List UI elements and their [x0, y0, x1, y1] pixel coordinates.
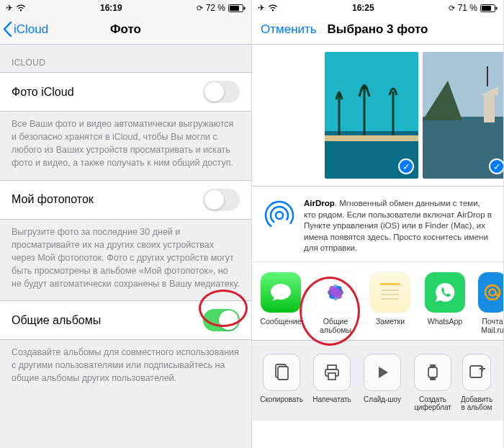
add-album-icon: [467, 362, 487, 382]
share-app-row: Сообщение Общие альбомы Заметки WhatsApp…: [252, 261, 503, 340]
check-icon: ✓: [489, 158, 503, 174]
cancel-button[interactable]: Отменить: [252, 22, 317, 37]
battery-icon: [480, 4, 498, 12]
wifi-icon: [16, 4, 26, 12]
row-icloud-photos[interactable]: Фото iCloud: [0, 72, 251, 112]
chevron-left-icon: [3, 22, 12, 37]
action-slideshow[interactable]: Слайд-шоу: [361, 354, 403, 412]
thumbnail-selected[interactable]: ✓: [423, 52, 503, 179]
footer-icloud: Все Ваши фото и видео автоматически выгр…: [0, 112, 251, 180]
action-copy[interactable]: Скопировать: [261, 354, 302, 412]
settings-panel: ✈︎ 16:19 ⟳ 72 % iCloud Фото ICLOUD Фото …: [0, 0, 252, 448]
footer-shared: Создавайте альбомы для совместного испол…: [0, 340, 251, 395]
thumbnail-selected[interactable]: ✓: [325, 52, 418, 179]
battery-percent: 71 %: [458, 3, 477, 13]
status-bar: ✈︎ 16:25 ⟳ 71 %: [252, 0, 503, 14]
share-shared-albums[interactable]: Общие альбомы: [314, 272, 357, 334]
share-whatsapp[interactable]: WhatsApp: [423, 272, 467, 334]
airdrop-description: AirDrop. Мгновенный обмен данными с теми…: [304, 198, 493, 254]
airdrop-section: AirDrop. Мгновенный обмен данными с теми…: [252, 186, 503, 261]
switch-photostream[interactable]: [203, 189, 240, 211]
play-icon: [372, 362, 392, 382]
photos-icon: [322, 279, 349, 306]
svg-point-26: [485, 285, 500, 300]
svg-rect-5: [496, 6, 498, 9]
wifi-icon: [268, 4, 278, 12]
nav-bar: iCloud Фото: [0, 14, 251, 45]
svg-rect-36: [470, 366, 482, 377]
orientation-lock-icon: ⟳: [449, 4, 455, 13]
nav-bar: Отменить Выбрано 3 фото: [252, 14, 503, 45]
svg-point-13: [262, 198, 297, 233]
share-sheet-panel: ✈︎ 16:25 ⟳ 71 % Отменить Выбрано 3 фото …: [252, 0, 504, 448]
switch-icloud-photos[interactable]: [203, 81, 240, 103]
back-button[interactable]: iCloud: [0, 22, 48, 37]
share-notes[interactable]: Заметки: [369, 272, 412, 334]
svg-rect-1: [230, 6, 239, 11]
svg-rect-2: [244, 6, 246, 9]
copy-icon: [271, 362, 292, 382]
print-icon: [322, 362, 342, 382]
battery-percent: 72 %: [206, 3, 225, 13]
check-icon: ✓: [398, 158, 414, 174]
mailru-icon: [482, 282, 503, 303]
action-add-album[interactable]: Добавить в альбом: [462, 354, 491, 412]
svg-rect-32: [328, 373, 336, 380]
action-print[interactable]: Напечатать: [311, 354, 353, 412]
share-mailru[interactable]: Почта Mail.ru: [478, 272, 503, 334]
thumbnail-offscreen[interactable]: [252, 52, 320, 179]
status-time: 16:19: [100, 3, 122, 13]
airplane-icon: ✈︎: [258, 3, 265, 13]
airplane-icon: ✈︎: [6, 3, 13, 13]
svg-rect-4: [482, 6, 491, 11]
footer-photostream: Выгрузите фото за последние 30 дней и пр…: [0, 220, 251, 301]
switch-shared-albums[interactable]: [203, 309, 240, 331]
status-time: 16:25: [352, 3, 374, 13]
svg-rect-29: [278, 367, 288, 380]
airdrop-icon: [262, 198, 297, 233]
svg-rect-34: [430, 364, 436, 367]
svg-rect-35: [430, 378, 436, 380]
svg-point-12: [267, 203, 291, 227]
status-bar: ✈︎ 16:19 ⟳ 72 %: [0, 0, 251, 14]
svg-point-11: [276, 212, 283, 219]
orientation-lock-icon: ⟳: [197, 4, 203, 13]
battery-icon: [228, 4, 246, 12]
section-header-icloud: ICLOUD: [0, 45, 251, 72]
svg-rect-8: [325, 135, 418, 141]
photo-thumbnails: ✓ ✓: [252, 45, 503, 186]
row-photostream[interactable]: Мой фотопоток: [0, 180, 251, 220]
action-watchface[interactable]: Создать циферблат: [412, 354, 454, 412]
svg-point-27: [490, 289, 496, 295]
share-messages[interactable]: Сообщение: [259, 272, 302, 334]
action-row: Скопировать Напечатать Слайд-шоу Создать…: [252, 340, 503, 421]
row-shared-albums[interactable]: Общие альбомы: [0, 300, 251, 340]
row-label: Фото iCloud: [12, 86, 74, 99]
notes-icon: [376, 278, 405, 307]
messages-icon: [269, 280, 293, 305]
svg-rect-33: [428, 367, 437, 377]
whatsapp-icon: [433, 280, 457, 305]
row-label: Общие альбомы: [12, 314, 101, 327]
svg-rect-22: [380, 283, 400, 285]
row-label: Мой фотопоток: [12, 193, 94, 206]
watch-icon: [423, 362, 443, 382]
